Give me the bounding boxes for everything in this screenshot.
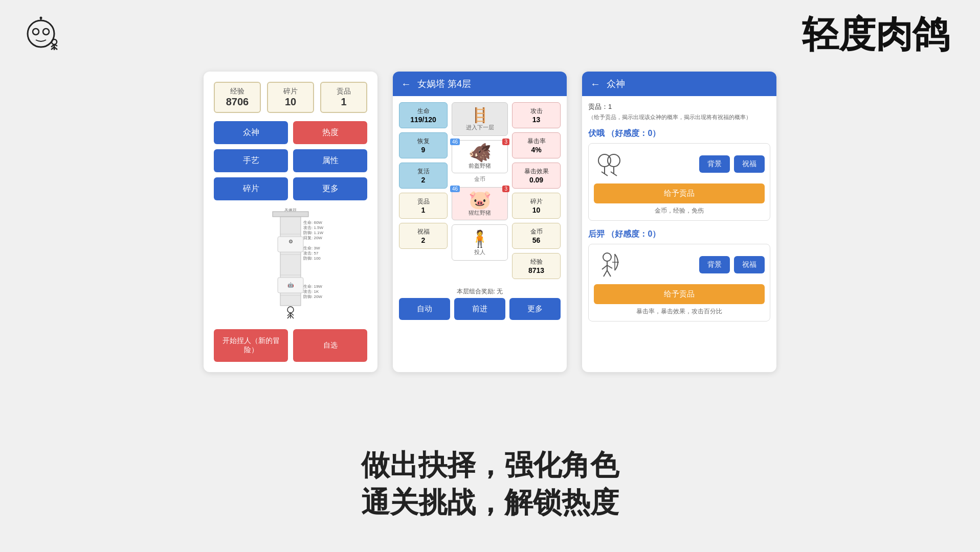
- gods-title: 众神: [607, 78, 625, 90]
- auto-button[interactable]: 自动: [399, 298, 450, 320]
- middle-col: 🪜 进入下一层 46 3 🐗 前盔野猪 金币 46 3: [452, 102, 508, 279]
- enemy2-face: 🐷: [455, 191, 504, 209]
- stat-fragments-value: 10: [270, 96, 311, 108]
- stat-revive: 复活 2: [399, 163, 448, 189]
- enemy-card-1[interactable]: 46 3 🐗 前盔野猪: [452, 140, 508, 173]
- enemy1-badge-right: 3: [502, 139, 509, 145]
- god2-avatar: [594, 249, 625, 280]
- battle-footer: 自动 前进 更多: [393, 298, 567, 326]
- stat-experience-value: 8706: [217, 96, 258, 108]
- stat-attack-label: 攻击: [517, 107, 556, 116]
- svg-rect-16: [273, 212, 308, 217]
- stat-experience-label: 经验: [217, 87, 258, 96]
- enemy2-badge-left: 46: [450, 186, 460, 192]
- god1-give-button[interactable]: 给予贡品: [594, 183, 765, 203]
- stat-crit-rate-value: 4%: [517, 146, 556, 154]
- stat-tribute: 贡品 1: [320, 82, 367, 113]
- god1-background-button[interactable]: 背景: [699, 155, 730, 173]
- enemy2-name: 猩红野猪: [455, 209, 504, 217]
- svg-point-44: [603, 253, 611, 261]
- stat-revive-label: 复活: [404, 167, 443, 176]
- battle-back-button[interactable]: ←: [401, 78, 411, 90]
- svg-text:防御: 20W: 防御: 20W: [303, 294, 322, 299]
- svg-point-2: [43, 29, 49, 35]
- menu-btn-attribute[interactable]: 属性: [293, 149, 367, 172]
- enemy2-badge-right: 3: [502, 186, 509, 192]
- tower-diagram: 支援台 生命: 60W 攻击: 1.5W 防御: 1.1W 回复: 20W ⚙ …: [224, 209, 357, 321]
- gift-sub: （给予贡品，揭示出现该众神的概率，揭示出现将有祝福的概率）: [588, 113, 770, 121]
- god1-title: 伏哦 （好感度：0）: [588, 128, 770, 139]
- menu-btn-heat[interactable]: 热度: [293, 121, 367, 144]
- menu-btn-gods[interactable]: 众神: [214, 121, 288, 144]
- stat-fragments2-value: 10: [517, 206, 556, 214]
- svg-text:⚙: ⚙: [288, 239, 293, 244]
- stat-fragments2: 碎片 10: [512, 193, 561, 219]
- stat-tribute-label: 贡品: [323, 87, 364, 96]
- stat-attack-value: 13: [517, 116, 556, 124]
- stat-experience: 经验 8706: [214, 82, 261, 113]
- bottom-line2: 通关挑战，解锁热度: [0, 484, 980, 521]
- stat-gold: 金币 56: [512, 223, 561, 249]
- menu-btn-fragments[interactable]: 碎片: [214, 177, 288, 200]
- left-stats-col: 生命 119/120 恢复 9 复活 2 贡品 1 祝福 2: [399, 102, 448, 279]
- custom-select-button[interactable]: 自选: [293, 329, 367, 362]
- svg-point-4: [40, 17, 42, 19]
- svg-line-48: [604, 270, 607, 277]
- tower-area: 支援台 生命: 60W 攻击: 1.5W 防御: 1.1W 回复: 20W ⚙ …: [214, 209, 367, 321]
- stat-exp-value: 8713: [517, 266, 556, 274]
- god2-avatar-icon: [594, 250, 624, 280]
- god2-name: 后羿: [588, 229, 605, 238]
- stat-crit-effect-value: 0.09: [517, 176, 556, 184]
- god1-buttons: 背景 祝福: [630, 155, 765, 173]
- start-new-game-button[interactable]: 开始捏人（新的冒险）: [214, 329, 288, 362]
- stat-attack: 攻击 13: [512, 102, 561, 128]
- stat-revive-value: 2: [404, 176, 443, 184]
- combo-text: 本层组合奖励: 无: [393, 285, 567, 298]
- battle-panel-header: ← 女娲塔 第4层: [393, 72, 567, 96]
- bottom-buttons: 开始捏人（新的冒险） 自选: [214, 329, 367, 362]
- stat-blessing: 祝福 2: [399, 223, 448, 249]
- menu-btn-craft[interactable]: 手艺: [214, 149, 288, 172]
- battle-content: 生命 119/120 恢复 9 复活 2 贡品 1 祝福 2: [393, 96, 567, 285]
- app-title: 轻度肉鸽: [802, 10, 949, 59]
- god1-blessing-button[interactable]: 祝福: [734, 155, 765, 173]
- svg-line-47: [607, 265, 612, 268]
- svg-text:🤖: 🤖: [287, 282, 294, 288]
- god1-name: 伏哦: [588, 129, 605, 137]
- gods-back-button[interactable]: ←: [590, 78, 600, 90]
- next-floor-label: 进入下一层: [456, 124, 503, 131]
- stat-crit-rate-label: 暴击率: [517, 137, 556, 146]
- right-stats-col: 攻击 13 暴击率 4% 暴击效果 0.09 碎片 10 金币 56: [512, 102, 561, 279]
- svg-text:生命: 3W: 生命: 3W: [303, 246, 320, 250]
- stat-hp-value: 119/120: [404, 116, 443, 124]
- god2-favor: 好感度：0: [615, 229, 652, 238]
- advance-button[interactable]: 前进: [454, 298, 505, 320]
- next-floor-box[interactable]: 🪜 进入下一层: [452, 102, 508, 136]
- battle-title: 女娲塔 第4层: [417, 78, 471, 90]
- stat-crit-rate: 暴击率 4%: [512, 132, 561, 158]
- player-label: 投人: [456, 248, 503, 256]
- god2-top: 背景 祝福: [594, 249, 765, 280]
- god2-give-button[interactable]: 给予贡品: [594, 284, 765, 304]
- coin-label: 金币: [474, 175, 485, 183]
- svg-text:攻击: 1.5W: 攻击: 1.5W: [303, 225, 324, 230]
- svg-line-46: [602, 265, 607, 269]
- svg-point-5: [52, 39, 57, 44]
- god2-background-button[interactable]: 背景: [699, 256, 730, 273]
- stat-recover: 恢复 9: [399, 132, 448, 158]
- more-button[interactable]: 更多: [509, 298, 561, 320]
- stat-tribute2: 贡品 1: [399, 193, 448, 219]
- enemy1-face: 🐗: [455, 144, 504, 162]
- god1-top: 背景 祝福: [594, 149, 765, 179]
- svg-text:回复: 20W: 回复: 20W: [303, 236, 322, 240]
- enemy1-inner: 🐗 前盔野猪: [452, 141, 507, 173]
- enemy-card-2[interactable]: 46 3 🐷 猩红野猪: [452, 187, 508, 220]
- svg-point-1: [33, 29, 39, 35]
- svg-text:防御: 100: 防御: 100: [303, 256, 321, 261]
- stat-fragments: 碎片 10: [267, 82, 314, 113]
- gods-panel-header: ← 众神: [582, 72, 776, 96]
- menu-btn-more[interactable]: 更多: [293, 177, 367, 200]
- svg-point-32: [287, 307, 294, 313]
- enemy1-name: 前盔野猪: [455, 162, 504, 170]
- god2-blessing-button[interactable]: 祝福: [734, 256, 765, 273]
